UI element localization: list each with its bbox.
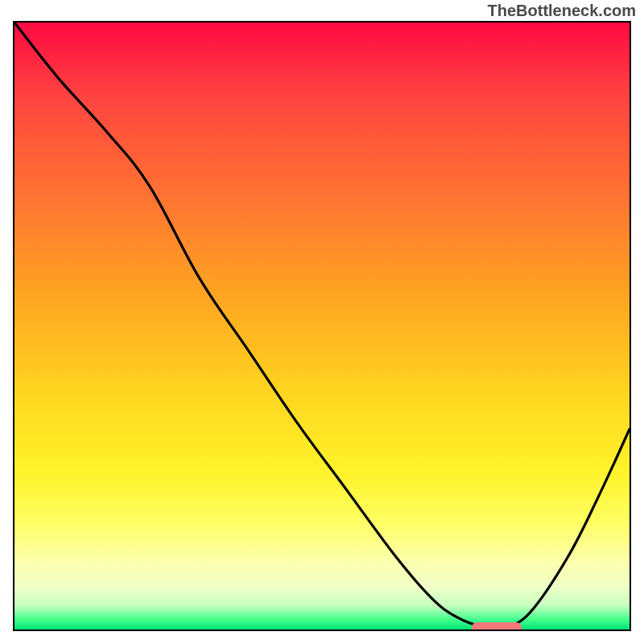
chart-plot-area <box>13 21 631 631</box>
watermark-text: TheBottleneck.com <box>488 2 636 20</box>
optimum-marker <box>472 622 521 631</box>
bottleneck-curve <box>14 23 630 630</box>
